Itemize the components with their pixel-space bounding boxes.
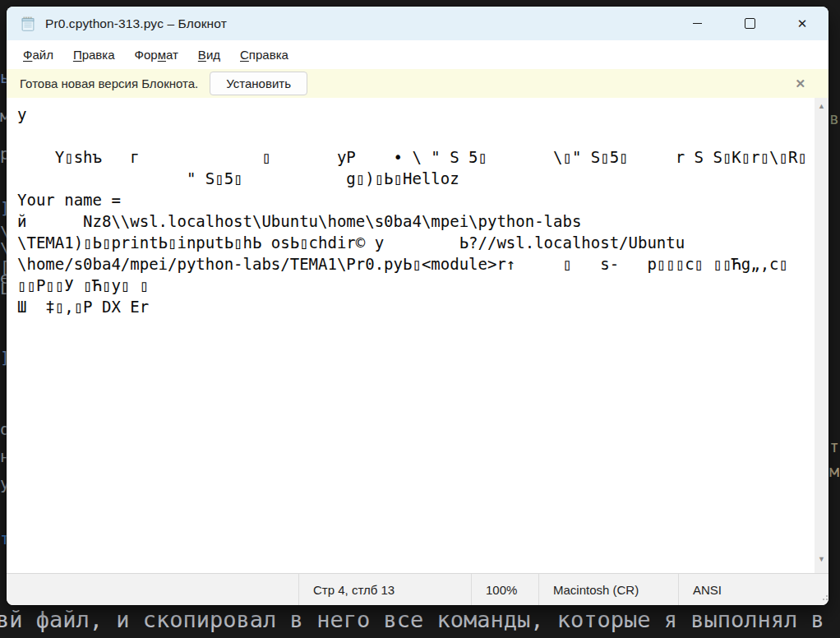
install-button[interactable]: Установить <box>210 72 307 95</box>
resize-grip-icon[interactable] <box>823 592 824 594</box>
bg-fragment: т <box>829 438 839 455</box>
minimize-button[interactable] <box>671 7 723 40</box>
menu-file[interactable]: Файл <box>13 48 63 62</box>
notification-close-icon[interactable]: ✕ <box>795 76 805 91</box>
vertical-scrollbar[interactable]: ▲ ▼ <box>815 98 828 573</box>
notepad-window: Pr0.cpython-313.pyc – Блокнот ✕ Файл Пра… <box>7 7 828 605</box>
notepad-icon <box>19 15 37 33</box>
menu-help[interactable]: Справка <box>230 48 298 62</box>
terminal-background-text: вй файл, и скопировал в него все команды… <box>0 606 840 634</box>
minimize-icon <box>693 23 702 24</box>
scroll-up-icon[interactable]: ▲ <box>818 103 825 110</box>
bg-fragment: м <box>829 463 839 479</box>
update-message: Готова новая версия Блокнота. <box>20 76 198 90</box>
status-cursor-position: Стр 4, стлб 13 <box>298 574 471 605</box>
editor-area: y Y▯shъ г ▯ yP • \ " S 5▯ \▯" S▯5▯ r S S… <box>7 98 828 574</box>
editor-text[interactable]: y Y▯shъ г ▯ yP • \ " S 5▯ \▯" S▯5▯ r S S… <box>7 98 828 317</box>
status-empty <box>7 574 298 605</box>
window-title: Pr0.cpython-313.pyc – Блокнот <box>45 16 227 31</box>
bg-fragment: в <box>829 110 839 127</box>
status-line-ending: Macintosh (CR) <box>538 574 678 605</box>
menu-format[interactable]: Формат <box>125 48 188 62</box>
menu-edit[interactable]: Правка <box>63 48 125 62</box>
maximize-icon <box>745 18 755 29</box>
status-bar: Стр 4, стлб 13 100% Macintosh (CR) ANSI <box>7 574 828 605</box>
window-controls: ✕ <box>671 7 828 40</box>
close-button[interactable]: ✕ <box>776 7 828 40</box>
update-notification-bar: Готова новая версия Блокнота. Установить… <box>7 69 828 98</box>
scroll-down-icon[interactable]: ▼ <box>818 556 825 563</box>
menu-bar: Файл Правка Формат Вид Справка <box>7 40 828 69</box>
status-encoding: ANSI <box>678 574 828 605</box>
title-bar[interactable]: Pr0.cpython-313.pyc – Блокнот ✕ <box>7 7 828 40</box>
status-zoom-level: 100% <box>471 574 538 605</box>
maximize-button[interactable] <box>723 7 776 40</box>
close-icon: ✕ <box>797 17 808 30</box>
menu-view[interactable]: Вид <box>188 48 230 62</box>
